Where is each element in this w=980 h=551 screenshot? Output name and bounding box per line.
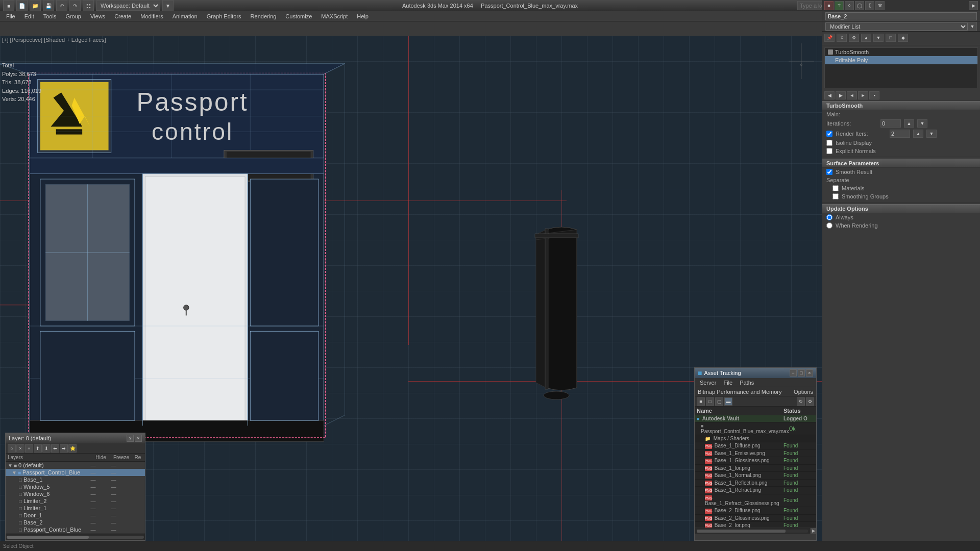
mod-show-all[interactable]: ▪ [869,91,879,99]
menu-file[interactable]: File [2,12,19,20]
materials-checkbox[interactable] [832,185,839,191]
asset-row-vault[interactable]: ■ Autodesk Vault Logged O [695,415,816,422]
scene-manager-btn[interactable]: ☷ [83,0,94,11]
asset-hscroll-track[interactable] [697,530,808,533]
lt-btn6[interactable]: ⬅ [51,444,59,453]
mod-remove-btn[interactable]: ☓ [837,34,847,42]
mod-nav-right[interactable]: ▶ [836,91,846,99]
asset-row-b1emis[interactable]: PNG Base_1_Emissive.png Found [695,450,816,458]
iterations-down[interactable]: ▼ [917,119,927,128]
iterations-up[interactable]: ▲ [904,119,914,128]
asset-server-menu[interactable]: Server [697,380,719,386]
surface-params-header[interactable]: Surface Parameters [822,159,980,168]
asset-row-b1diff[interactable]: PNG Base_1_Diffuse.png Found [695,442,816,450]
lt-btn2[interactable]: × [16,444,24,453]
layer-row-0default[interactable]: ▼ ■ 0 (default) — — [6,462,145,469]
asset-row-maps[interactable]: 📁 Maps / Shaders [695,435,816,442]
menu-modifiers[interactable]: Modifiers [136,12,167,20]
lt-btn7[interactable]: ➡ [60,444,68,453]
menu-views[interactable]: Views [86,12,109,20]
layer-row-door1[interactable]: □ Door_1 — — [6,512,145,519]
layer-scroll-track[interactable] [7,536,144,539]
mod-show-end-result-btn[interactable]: □ [886,34,896,42]
asset-refresh-btn[interactable]: ↻ [797,397,805,406]
asset-options-btn[interactable]: ⚙ [806,397,814,406]
menu-rendering[interactable]: Rendering [247,12,281,20]
asset-tb2[interactable]: □ [706,397,714,406]
turbosm-section-header[interactable]: TurboSmooth [822,101,980,110]
lt-btn8[interactable]: ⭐ [68,444,77,453]
mod-pin-btn[interactable]: 📌 [824,34,835,42]
utilities-tab[interactable]: ⚒ [875,1,885,10]
asset-row-b2gloss[interactable]: PNG Base_2_Glossiness.png Found [695,515,816,522]
asset-hscroll-thumb[interactable] [697,530,786,533]
open-btn[interactable]: 📁 [30,0,41,11]
modifier-editpoly[interactable]: Editable Poly [825,56,977,64]
render-iters-input[interactable] [890,130,910,138]
modifier-turbosm[interactable]: TurboSmooth [825,48,977,56]
asset-row-b1refract[interactable]: PNG Base_1_Refract.png Found [695,487,816,494]
modify-tab[interactable]: ⚚ [835,1,844,10]
asset-scroll-right[interactable]: ▶ [810,528,816,534]
undo-btn[interactable]: ↶ [56,0,67,11]
mod-nav-sub-left[interactable]: ◄ [847,91,857,99]
workspace-dropdown[interactable]: Workspace: Default [96,1,160,11]
app-icon[interactable]: ■ [3,0,14,11]
lt-btn3[interactable]: + [25,444,33,453]
layer-row-base1[interactable]: □ Base_1 — — [6,476,145,483]
menu-animation[interactable]: Animation [168,12,202,20]
asset-row-maxfile[interactable]: ■ Passport_Control_Blue_max_vray.max Ok [695,422,816,435]
modifier-list-dropdown[interactable]: Modifier List [825,22,968,31]
mod-configure-btn[interactable]: ⚙ [849,34,859,42]
layer-row-lim2[interactable]: □ Limiter_2 — — [6,497,145,505]
mod-nav-sub-right[interactable]: ► [858,91,868,99]
asset-maximize-btn[interactable]: □ [798,369,805,377]
create-tab[interactable]: ■ [824,1,834,10]
asset-row-b2ior[interactable]: PNG Base_2_Ior.png Found [695,522,816,528]
menu-edit[interactable]: Edit [20,12,38,20]
iterations-input[interactable] [880,119,901,128]
asset-row-b1gloss[interactable]: PNG Base_1_Glossiness.png Found [695,457,816,465]
navigation-cube[interactable]: ◊ [786,41,817,82]
menu-graph-editors[interactable]: Graph Editors [203,12,246,20]
mod-down-btn[interactable]: ▼ [873,34,884,42]
asset-minimize-btn[interactable]: − [790,369,797,377]
menu-tools[interactable]: Tools [39,12,61,20]
render-iters-down[interactable]: ▼ [926,130,937,138]
update-options-header[interactable]: Update Options [822,204,980,213]
menu-customize[interactable]: Customize [281,12,316,20]
new-btn[interactable]: 📄 [16,0,28,11]
asset-tb1[interactable]: ■ [697,397,705,406]
render-iters-up[interactable]: ▲ [913,130,923,138]
modifier-list-expand[interactable]: ▼ [968,22,977,31]
lt-btn1[interactable]: ○ [8,444,16,453]
rp-expand-btn[interactable]: ▶ [969,1,978,10]
layer-row-win6[interactable]: □ Window_6 — — [6,490,145,497]
motion-tab[interactable]: ◯ [855,1,864,10]
menu-maxscript[interactable]: MAXScript [317,12,352,20]
mod-up-btn[interactable]: ▲ [861,34,871,42]
lt-btn5[interactable]: ⬇ [42,444,51,453]
smooth-result-checkbox[interactable] [826,169,832,175]
layer-row-passport[interactable]: ▼ ■ Passport_Control_Blue — — [6,469,145,476]
when-rendering-radio[interactable] [826,222,832,229]
save-btn[interactable]: 💾 [43,0,54,11]
menu-group[interactable]: Group [61,12,85,20]
layer-row-lim1[interactable]: □ Limiter_1 — — [6,505,145,512]
asset-row-b1refractg[interactable]: PNG Base_1_Refract_Glossiness.png Found [695,494,816,508]
asset-file-menu[interactable]: File [720,380,736,386]
layer-scroll-thumb[interactable] [7,536,89,539]
asset-paths-menu[interactable]: Paths [737,380,757,386]
render-iters-checkbox[interactable] [826,131,832,137]
asset-tb3[interactable]: ▢ [715,397,723,406]
always-radio[interactable] [826,214,832,220]
hierarchy-tab[interactable]: ◊ [845,1,854,10]
mod-nav-left[interactable]: ◀ [824,91,835,99]
asset-row-b1ior[interactable]: PNG Base_1_Ior.png Found [695,465,816,472]
mod-make-unique-btn[interactable]: ◆ [898,34,908,42]
asset-row-b1refl[interactable]: PNG Base_1_Reflection.png Found [695,480,816,487]
explicit-normals-checkbox[interactable] [826,148,832,154]
asset-tb4[interactable]: ▬ [724,397,732,406]
lt-btn4[interactable]: ⬆ [34,444,42,453]
menu-create[interactable]: Create [110,12,135,20]
